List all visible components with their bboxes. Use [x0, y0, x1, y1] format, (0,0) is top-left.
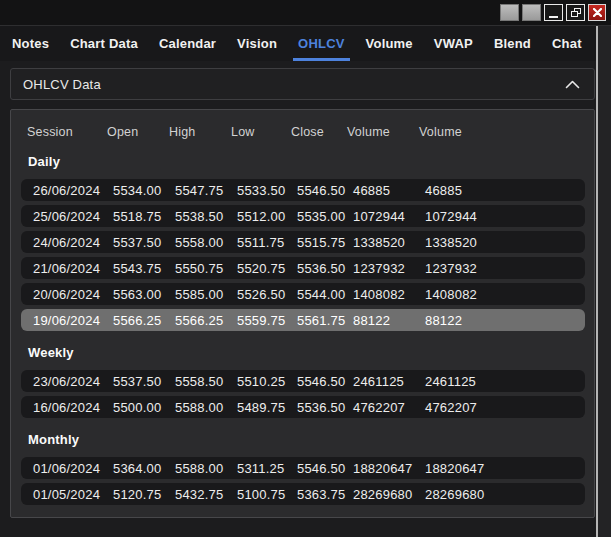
tab-chart-data[interactable]: Chart Data — [65, 26, 143, 61]
window-right-gutter — [598, 26, 611, 537]
panel-title: OHLCV Data — [23, 77, 101, 92]
table-cell: 5563.00 — [113, 287, 175, 302]
table-row[interactable]: 01/06/20245364.005588.005311.255546.5018… — [21, 457, 585, 479]
table-cell: 5588.00 — [175, 400, 237, 415]
column-header: Volume — [347, 125, 419, 139]
column-header: Low — [231, 125, 291, 139]
table-cell: 5561.75 — [297, 313, 353, 328]
table-cell: 88122 — [425, 313, 585, 328]
table-cell: 5550.75 — [175, 261, 237, 276]
table-cell: 2461125 — [353, 374, 425, 389]
table-cell: 4762207 — [353, 400, 425, 415]
table-cell: 5100.75 — [237, 487, 297, 502]
column-header: High — [169, 125, 231, 139]
table-row[interactable]: 16/06/20245500.005588.005489.755536.5047… — [21, 396, 585, 418]
column-header: Open — [107, 125, 169, 139]
table-row[interactable]: 26/06/20245534.005547.755533.505546.5046… — [21, 179, 585, 201]
tab-ohlcv[interactable]: OHLCV — [293, 26, 350, 61]
table-cell: 25/06/2024 — [33, 209, 113, 224]
minimize-icon — [549, 16, 558, 18]
table-cell: 5543.75 — [113, 261, 175, 276]
tab-vwap[interactable]: VWAP — [429, 26, 478, 61]
tab-calendar[interactable]: Calendar — [154, 26, 221, 61]
table-cell: 5518.75 — [113, 209, 175, 224]
table-cell: 28269680 — [425, 487, 585, 502]
tab-vision[interactable]: Vision — [232, 26, 282, 61]
table-row[interactable]: 19/06/20245566.255566.255559.755561.7588… — [21, 309, 585, 331]
tab-volume[interactable]: Volume — [361, 26, 418, 61]
table-cell: 2461125 — [425, 374, 585, 389]
table-cell: 46885 — [425, 183, 585, 198]
column-header: Volume — [419, 125, 594, 139]
table-cell: 23/06/2024 — [33, 374, 113, 389]
section-label-monthly: Monthly — [28, 432, 594, 447]
table-cell: 1408082 — [425, 287, 585, 302]
table-cell: 5566.25 — [113, 313, 175, 328]
close-icon — [593, 8, 602, 17]
table-cell: 5537.50 — [113, 235, 175, 250]
table-cell: 5536.50 — [297, 400, 353, 415]
table-cell: 5538.50 — [175, 209, 237, 224]
table-cell: 5536.50 — [297, 261, 353, 276]
table-cell: 5311.25 — [237, 461, 297, 476]
table-cell: 5546.50 — [297, 461, 353, 476]
table-cell: 5511.75 — [237, 235, 297, 250]
table-cell: 01/06/2024 — [33, 461, 113, 476]
table-cell: 5558.50 — [175, 374, 237, 389]
window-blank-button-1[interactable] — [500, 4, 519, 21]
section-label-daily: Daily — [28, 154, 594, 169]
table-cell: 1072944 — [353, 209, 425, 224]
table-cell: 5537.50 — [113, 374, 175, 389]
tab-bar: NotesChart DataCalendarVisionOHLCVVolume… — [0, 26, 611, 61]
column-header: Session — [27, 125, 107, 139]
table-cell: 5364.00 — [113, 461, 175, 476]
table-cell: 01/05/2024 — [33, 487, 113, 502]
table-cell: 5489.75 — [237, 400, 297, 415]
table-cell: 1408082 — [353, 287, 425, 302]
table-row[interactable]: 24/06/20245537.505558.005511.755515.7513… — [21, 231, 585, 253]
minimize-button[interactable] — [544, 4, 563, 21]
table-cell: 1072944 — [425, 209, 585, 224]
table-cell: 5432.75 — [175, 487, 237, 502]
table-cell: 46885 — [353, 183, 425, 198]
window-blank-button-2[interactable] — [522, 4, 541, 21]
column-header: Close — [291, 125, 347, 139]
table-cell: 5544.00 — [297, 287, 353, 302]
table-cell: 5520.75 — [237, 261, 297, 276]
maximize-restore-button[interactable] — [566, 4, 585, 21]
table-cell: 1237932 — [353, 261, 425, 276]
table-cell: 1338520 — [353, 235, 425, 250]
ohlcv-data-collapsible-header[interactable]: OHLCV Data — [10, 68, 595, 100]
table-cell: 21/06/2024 — [33, 261, 113, 276]
table-cell: 5559.75 — [237, 313, 297, 328]
table-row[interactable]: 20/06/20245563.005585.005526.505544.0014… — [21, 283, 585, 305]
content-area: OHLCV Data SessionOpenHighLowCloseVolume… — [0, 61, 611, 518]
table-row[interactable]: 21/06/20245543.755550.755520.755536.5012… — [21, 257, 585, 279]
table-cell: 1338520 — [425, 235, 585, 250]
table-cell: 5558.00 — [175, 235, 237, 250]
table-cell: 5547.75 — [175, 183, 237, 198]
table-cell: 26/06/2024 — [33, 183, 113, 198]
titlebar[interactable] — [0, 0, 611, 26]
table-cell: 28269680 — [353, 487, 425, 502]
table-cell: 5534.00 — [113, 183, 175, 198]
table-row[interactable]: 25/06/20245518.755538.505512.005535.0010… — [21, 205, 585, 227]
table-cell: 24/06/2024 — [33, 235, 113, 250]
table-cell: 5585.00 — [175, 287, 237, 302]
table-cell: 5533.50 — [237, 183, 297, 198]
table-cell: 5500.00 — [113, 400, 175, 415]
section-label-weekly: Weekly — [28, 345, 594, 360]
table-cell: 16/06/2024 — [33, 400, 113, 415]
table-cell: 5535.00 — [297, 209, 353, 224]
tab-chat[interactable]: Chat — [547, 26, 587, 61]
table-cell: 5546.50 — [297, 374, 353, 389]
column-header-row: SessionOpenHighLowCloseVolumeVolume — [11, 123, 594, 140]
table-row[interactable]: 23/06/20245537.505558.505510.255546.5024… — [21, 370, 585, 392]
tab-notes[interactable]: Notes — [7, 26, 54, 61]
chevron-up-icon[interactable] — [565, 80, 580, 89]
tab-blend[interactable]: Blend — [489, 26, 536, 61]
table-cell: 5546.50 — [297, 183, 353, 198]
table-row[interactable]: 01/05/20245120.755432.755100.755363.7528… — [21, 483, 585, 505]
table-cell: 18820647 — [353, 461, 425, 476]
close-button[interactable] — [588, 4, 606, 21]
